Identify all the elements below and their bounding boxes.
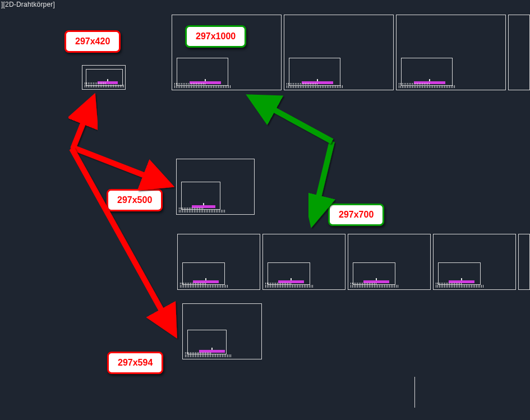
frame-1000-4[interactable] xyxy=(508,15,530,90)
viewport xyxy=(289,58,340,86)
title-block xyxy=(351,285,399,288)
frame-1000-3[interactable] xyxy=(396,15,506,90)
title-block xyxy=(185,354,232,357)
frame-1000-2[interactable] xyxy=(284,15,394,90)
title-block-upper xyxy=(179,207,204,209)
viewport xyxy=(177,58,228,86)
cad-canvas[interactable]: ][2D-Drahtkörper] 297x420 297x1000 297x5… xyxy=(0,0,530,420)
title-block xyxy=(180,285,228,288)
title-block-upper xyxy=(436,283,462,284)
title-block xyxy=(436,285,484,288)
arrow-green-up xyxy=(251,97,332,141)
title-block xyxy=(265,285,314,288)
viewport xyxy=(438,262,481,285)
label-594: 297x594 xyxy=(107,352,163,374)
title-block xyxy=(179,210,225,213)
frame-700-3[interactable] xyxy=(348,234,431,290)
label-420: 297x420 xyxy=(64,30,121,53)
label-700: 297x700 xyxy=(328,204,384,226)
title-block-upper xyxy=(185,352,211,354)
frame-700-1[interactable] xyxy=(177,234,260,290)
frame-594[interactable] xyxy=(182,303,262,359)
arrow-to-594 xyxy=(72,149,174,334)
arrow-to-420 xyxy=(73,98,93,149)
title-block-upper xyxy=(174,83,205,85)
viewport xyxy=(353,262,395,285)
title-block xyxy=(85,85,124,87)
frame-700-5[interactable] xyxy=(518,234,530,290)
window-title: ][2D-Drahtkörper] xyxy=(0,0,56,9)
title-block-upper xyxy=(287,83,317,85)
frame-700-4[interactable] xyxy=(433,234,516,290)
frame-500[interactable] xyxy=(176,159,255,215)
viewport xyxy=(187,330,227,354)
viewport xyxy=(181,182,220,210)
title-block xyxy=(399,85,455,88)
label-500: 297x500 xyxy=(107,189,163,211)
title-block-upper xyxy=(265,283,292,284)
frame-700-2[interactable] xyxy=(262,234,345,290)
viewport xyxy=(401,58,453,86)
arrow-to-500 xyxy=(71,147,169,185)
title-block-upper xyxy=(351,283,377,284)
title-block-upper xyxy=(85,82,107,84)
title-block-upper xyxy=(399,83,430,85)
title-block-upper xyxy=(180,283,206,284)
viewport xyxy=(268,262,310,285)
stray-line xyxy=(414,377,415,408)
viewport xyxy=(182,262,225,285)
title-block xyxy=(174,85,231,88)
frame-420[interactable] xyxy=(82,65,126,90)
title-block xyxy=(287,85,343,88)
label-1000: 297x1000 xyxy=(185,25,246,48)
